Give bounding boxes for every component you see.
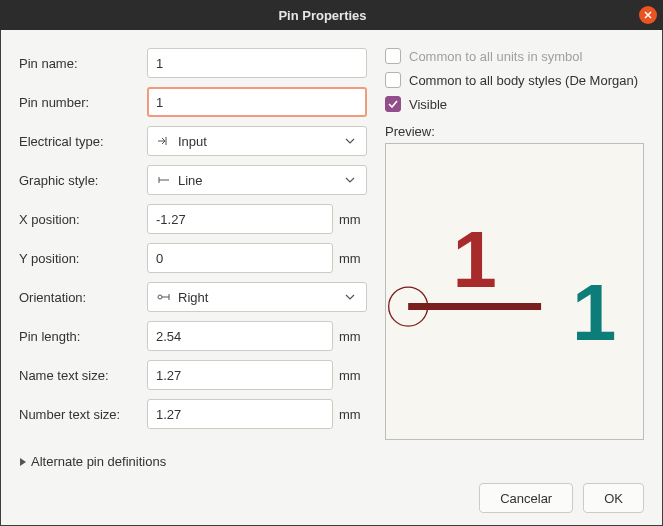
graphic-style-label: Graphic style: (19, 173, 141, 188)
y-position-label: Y position: (19, 251, 141, 266)
alternate-pin-label: Alternate pin definitions (31, 454, 166, 469)
alternate-pin-expander[interactable]: Alternate pin definitions (19, 454, 644, 469)
pin-number-input[interactable] (147, 87, 367, 117)
electrical-type-value: Input (178, 134, 336, 149)
common-units-checkbox[interactable] (385, 48, 401, 64)
ok-button[interactable]: OK (583, 483, 644, 513)
chevron-down-icon (342, 138, 358, 144)
pin-length-label: Pin length: (19, 329, 141, 344)
number-text-size-unit: mm (339, 407, 367, 422)
electrical-type-label: Electrical type: (19, 134, 141, 149)
chevron-down-icon (342, 294, 358, 300)
pin-length-unit: mm (339, 329, 367, 344)
orientation-right-icon (156, 292, 172, 302)
common-body-label: Common to all body styles (De Morgan) (409, 73, 638, 88)
x-position-unit: mm (339, 212, 367, 227)
right-column: Common to all units in symbol Common to … (385, 48, 644, 440)
graphic-style-value: Line (178, 173, 336, 188)
pin-name-label: Pin name: (19, 56, 141, 71)
visible-checkbox[interactable] (385, 96, 401, 112)
number-text-size-input[interactable] (147, 399, 333, 429)
graphic-style-combo[interactable]: Line (147, 165, 367, 195)
dialog-footer: Cancelar OK (19, 483, 644, 513)
preview-number: 1 (452, 215, 496, 304)
electrical-type-combo[interactable]: Input (147, 126, 367, 156)
preview-svg: 1 1 (386, 144, 643, 439)
triangle-right-icon (19, 457, 27, 467)
visible-label: Visible (409, 97, 447, 112)
dialog-content: Pin name: Pin number: Electrical type: I… (0, 30, 663, 526)
pin-length-input[interactable] (147, 321, 333, 351)
number-text-size-label: Number text size: (19, 407, 141, 422)
chevron-down-icon (342, 177, 358, 183)
orientation-value: Right (178, 290, 336, 305)
pin-name-input[interactable] (147, 48, 367, 78)
common-units-label: Common to all units in symbol (409, 49, 582, 64)
close-icon (643, 10, 653, 20)
pin-number-label: Pin number: (19, 95, 141, 110)
svg-point-0 (158, 295, 162, 299)
form-column: Pin name: Pin number: Electrical type: I… (19, 48, 367, 440)
line-style-icon (156, 174, 172, 186)
preview-box: 1 1 (385, 143, 644, 440)
name-text-size-label: Name text size: (19, 368, 141, 383)
input-type-icon (156, 135, 172, 147)
name-text-size-input[interactable] (147, 360, 333, 390)
titlebar: Pin Properties (0, 0, 663, 30)
name-text-size-unit: mm (339, 368, 367, 383)
y-position-input[interactable] (147, 243, 333, 273)
orientation-combo[interactable]: Right (147, 282, 367, 312)
preview-name: 1 (572, 268, 616, 357)
y-position-unit: mm (339, 251, 367, 266)
common-body-checkbox[interactable] (385, 72, 401, 88)
preview-label: Preview: (385, 124, 644, 139)
x-position-input[interactable] (147, 204, 333, 234)
window-title: Pin Properties (6, 8, 639, 23)
cancel-button[interactable]: Cancelar (479, 483, 573, 513)
check-icon (388, 100, 398, 108)
close-button[interactable] (639, 6, 657, 24)
orientation-label: Orientation: (19, 290, 141, 305)
x-position-label: X position: (19, 212, 141, 227)
